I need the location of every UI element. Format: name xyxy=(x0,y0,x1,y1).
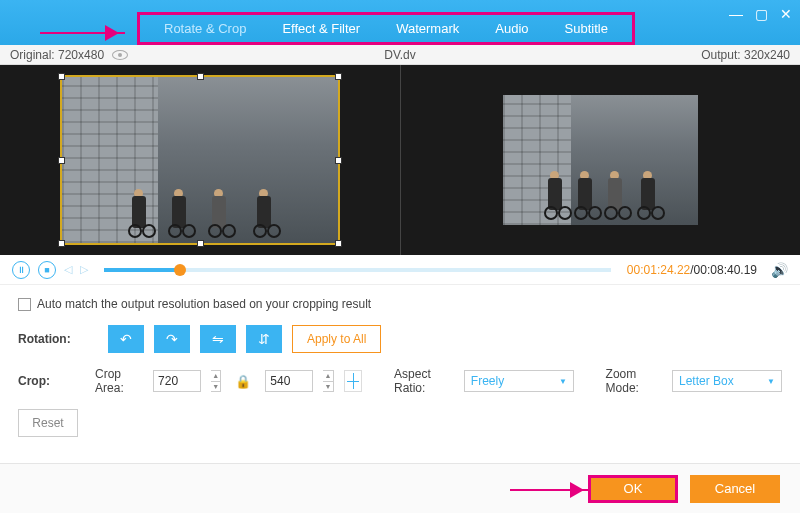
zoom-mode-select[interactable]: Letter Box xyxy=(672,370,782,392)
tab-bar: Rotate & Crop Effect & Filter Watermark … xyxy=(137,12,635,45)
tab-audio[interactable]: Audio xyxy=(477,17,546,40)
aspect-ratio-select[interactable]: Freely xyxy=(464,370,574,392)
crop-frame[interactable] xyxy=(60,75,340,245)
crop-handle[interactable] xyxy=(58,73,65,80)
preview-area xyxy=(0,65,800,255)
crop-handle[interactable] xyxy=(58,157,65,164)
output-preview xyxy=(401,65,801,255)
crop-handle[interactable] xyxy=(197,73,204,80)
seek-slider[interactable] xyxy=(104,268,611,272)
crop-area-label: Crop Area: xyxy=(95,367,143,395)
crop-width-spinner[interactable]: ▲▼ xyxy=(211,370,221,392)
tab-rotate-crop[interactable]: Rotate & Crop xyxy=(146,17,264,40)
flip-horizontal-button[interactable]: ⇋ xyxy=(200,325,236,353)
video-thumbnail xyxy=(62,77,338,243)
output-thumbnail xyxy=(503,95,698,225)
aspect-ratio-label: Aspect Ratio: xyxy=(394,367,454,395)
cancel-button[interactable]: Cancel xyxy=(690,475,780,503)
playback-controls: ⏸ ■ ◁ ▷ 00:01:24.22/00:08:40.19 🔊 xyxy=(0,255,800,285)
pause-button[interactable]: ⏸ xyxy=(12,261,30,279)
crop-label: Crop: xyxy=(18,374,85,388)
original-resolution-label: Original: 720x480 xyxy=(10,48,104,62)
crop-height-spinner[interactable]: ▲▼ xyxy=(323,370,333,392)
titlebar: — ▢ ✕ Rotate & Crop Effect & Filter Wate… xyxy=(0,0,800,45)
footer: OK Cancel xyxy=(0,463,800,513)
crop-handle[interactable] xyxy=(335,240,342,247)
output-resolution-label: Output: 320x240 xyxy=(701,48,790,62)
stop-button[interactable]: ■ xyxy=(38,261,56,279)
annotation-arrow xyxy=(510,489,590,491)
settings-panel: Auto match the output resolution based o… xyxy=(0,285,800,463)
rotate-left-button[interactable]: ↶ xyxy=(108,325,144,353)
original-preview xyxy=(0,65,401,255)
crop-width-input[interactable] xyxy=(153,370,201,392)
auto-match-checkbox[interactable] xyxy=(18,298,31,311)
tab-watermark[interactable]: Watermark xyxy=(378,17,477,40)
filename-label: DV.dv xyxy=(384,48,416,62)
ok-button[interactable]: OK xyxy=(588,475,678,503)
maximize-icon[interactable]: ▢ xyxy=(755,6,768,22)
crop-handle[interactable] xyxy=(197,240,204,247)
rotate-right-button[interactable]: ↷ xyxy=(154,325,190,353)
auto-match-label: Auto match the output resolution based o… xyxy=(37,297,371,311)
reset-button[interactable]: Reset xyxy=(18,409,78,437)
tab-subtitle[interactable]: Subtitle xyxy=(547,17,626,40)
volume-icon[interactable]: 🔊 xyxy=(771,262,788,278)
zoom-mode-label: Zoom Mode: xyxy=(606,367,662,395)
annotation-arrow xyxy=(40,32,125,34)
info-bar: Original: 720x480 DV.dv Output: 320x240 xyxy=(0,45,800,65)
rotation-label: Rotation: xyxy=(18,332,98,346)
crop-handle[interactable] xyxy=(335,73,342,80)
crop-handle[interactable] xyxy=(58,240,65,247)
time-display: 00:01:24.22/00:08:40.19 xyxy=(627,263,757,277)
crop-handle[interactable] xyxy=(335,157,342,164)
center-point-button[interactable] xyxy=(344,370,363,392)
eye-icon[interactable] xyxy=(112,50,128,60)
next-frame-icon[interactable]: ▷ xyxy=(80,263,88,276)
minimize-icon[interactable]: — xyxy=(729,6,743,22)
tab-effect-filter[interactable]: Effect & Filter xyxy=(264,17,378,40)
flip-vertical-button[interactable]: ⇵ xyxy=(246,325,282,353)
prev-frame-icon[interactable]: ◁ xyxy=(64,263,72,276)
apply-to-all-button[interactable]: Apply to All xyxy=(292,325,381,353)
lock-icon[interactable]: 🔒 xyxy=(235,374,251,389)
crop-height-input[interactable] xyxy=(265,370,313,392)
close-icon[interactable]: ✕ xyxy=(780,6,792,22)
